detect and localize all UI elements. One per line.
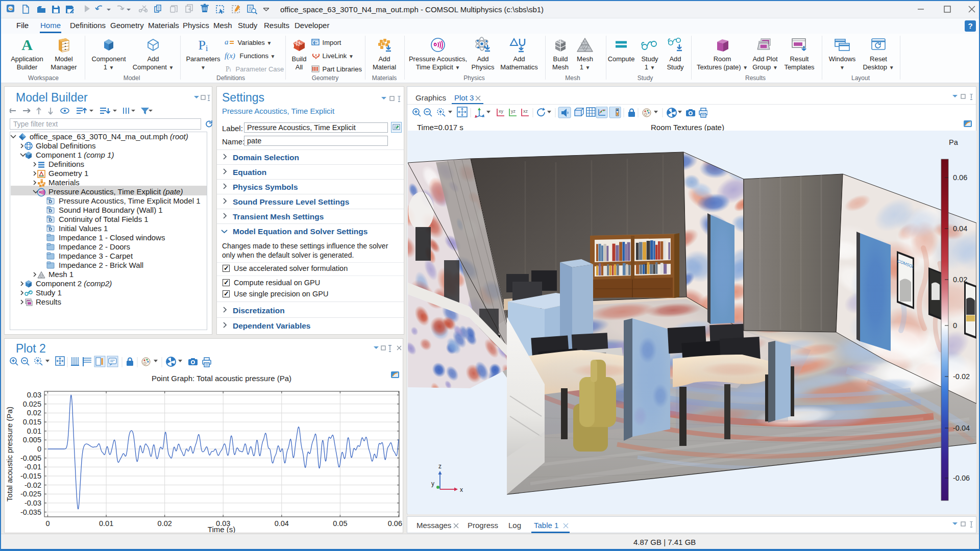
svg-text:0.015: 0.015 (23, 418, 41, 426)
svg-text:-0.02: -0.02 (953, 372, 970, 381)
svg-text:xy: xy (499, 109, 504, 114)
svg-text:-0.015: -0.015 (20, 472, 41, 480)
svg-text:0.005: 0.005 (23, 436, 41, 444)
svg-text:Point Graph: Total acoustic pr: Point Graph: Total acoustic pressure (Pa… (152, 374, 291, 383)
svg-text:0.01: 0.01 (99, 519, 113, 528)
svg-text:-0.02: -0.02 (24, 481, 41, 489)
svg-text:0.02: 0.02 (27, 409, 41, 417)
svg-text:0.04: 0.04 (275, 519, 289, 528)
svg-text:D: D (49, 199, 53, 204)
svg-text:-0.025: -0.025 (20, 490, 41, 498)
svg-text:Pa: Pa (949, 138, 959, 146)
svg-text:-0.04: -0.04 (953, 424, 970, 432)
svg-text:Pi: Pi (226, 65, 231, 73)
svg-text:0.02: 0.02 (953, 276, 967, 284)
svg-text:0.03: 0.03 (27, 391, 41, 399)
svg-text:0: 0 (953, 321, 957, 330)
svg-text:-0.03: -0.03 (24, 499, 41, 507)
svg-text:Time (s): Time (s) (208, 525, 235, 533)
svg-text:-0.035: -0.035 (20, 508, 41, 516)
svg-text:z: z (438, 463, 442, 470)
svg-text:-0.06: -0.06 (953, 474, 970, 482)
svg-text:0.01: 0.01 (27, 427, 41, 435)
svg-text:Total acoustic pressure (Pa): Total acoustic pressure (Pa) (5, 407, 14, 502)
svg-text:f(x): f(x) (225, 52, 235, 60)
svg-text:x: x (460, 486, 463, 493)
svg-text:-0.005: -0.005 (20, 454, 41, 462)
svg-text:-0.01: -0.01 (24, 463, 41, 471)
svg-text:0.05: 0.05 (333, 519, 347, 528)
svg-text:y: y (431, 480, 434, 487)
svg-text:0.025: 0.025 (23, 400, 41, 408)
svg-text:0: 0 (45, 519, 50, 528)
svg-text:xz: xz (523, 109, 528, 114)
svg-text:0.04: 0.04 (953, 224, 967, 233)
svg-text:a: a (225, 38, 229, 46)
svg-text:Pi: Pi (198, 38, 208, 53)
svg-text:0.02: 0.02 (158, 519, 172, 528)
svg-text:0.06: 0.06 (953, 173, 967, 182)
svg-text:0: 0 (37, 445, 41, 453)
svg-text:0.06: 0.06 (388, 519, 402, 528)
svg-text:yz: yz (511, 109, 516, 114)
